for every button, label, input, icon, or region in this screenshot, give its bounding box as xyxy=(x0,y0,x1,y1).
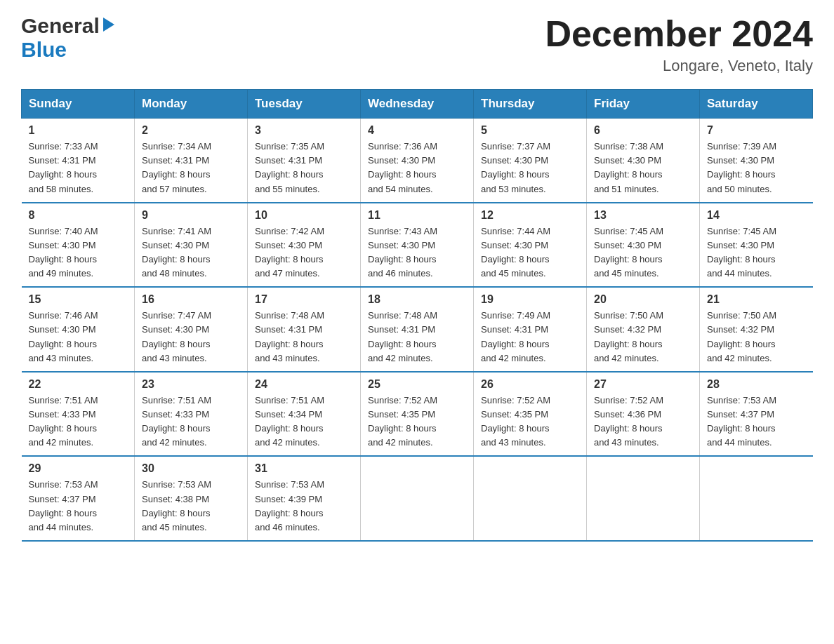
day-cell: 15Sunrise: 7:46 AMSunset: 4:30 PMDayligh… xyxy=(22,287,135,372)
day-number: 2 xyxy=(142,124,240,137)
day-info: Sunrise: 7:52 AMSunset: 4:35 PMDaylight:… xyxy=(481,394,579,450)
day-number: 4 xyxy=(368,124,466,137)
day-info: Sunrise: 7:51 AMSunset: 4:33 PMDaylight:… xyxy=(29,394,128,450)
day-number: 19 xyxy=(481,293,579,306)
logo: General Blue xyxy=(21,14,114,62)
day-cell: 4Sunrise: 7:36 AMSunset: 4:30 PMDaylight… xyxy=(361,119,474,203)
day-cell: 21Sunrise: 7:50 AMSunset: 4:32 PMDayligh… xyxy=(700,287,813,372)
day-cell: 16Sunrise: 7:47 AMSunset: 4:30 PMDayligh… xyxy=(135,287,248,372)
day-number: 25 xyxy=(368,378,466,391)
day-info: Sunrise: 7:51 AMSunset: 4:34 PMDaylight:… xyxy=(255,394,353,450)
day-cell: 31Sunrise: 7:53 AMSunset: 4:39 PMDayligh… xyxy=(248,456,361,541)
day-number: 24 xyxy=(255,378,353,391)
day-number: 29 xyxy=(29,462,128,475)
day-cell: 30Sunrise: 7:53 AMSunset: 4:38 PMDayligh… xyxy=(135,456,248,541)
day-info: Sunrise: 7:33 AMSunset: 4:31 PMDaylight:… xyxy=(29,140,128,196)
day-info: Sunrise: 7:53 AMSunset: 4:37 PMDaylight:… xyxy=(707,394,806,450)
day-number: 13 xyxy=(594,209,692,222)
day-info: Sunrise: 7:53 AMSunset: 4:39 PMDaylight:… xyxy=(255,478,353,535)
day-cell: 17Sunrise: 7:48 AMSunset: 4:31 PMDayligh… xyxy=(248,287,361,372)
day-number: 16 xyxy=(142,293,240,306)
calendar-table: SundayMondayTuesdayWednesdayThursdayFrid… xyxy=(21,89,813,542)
month-title: December 2024 xyxy=(545,14,813,54)
day-cell: 26Sunrise: 7:52 AMSunset: 4:35 PMDayligh… xyxy=(474,372,587,457)
day-number: 27 xyxy=(594,378,692,391)
day-info: Sunrise: 7:53 AMSunset: 4:38 PMDaylight:… xyxy=(142,478,240,535)
day-info: Sunrise: 7:51 AMSunset: 4:33 PMDaylight:… xyxy=(142,394,240,450)
day-cell xyxy=(700,456,813,541)
day-number: 28 xyxy=(707,378,806,391)
day-cell: 24Sunrise: 7:51 AMSunset: 4:34 PMDayligh… xyxy=(248,372,361,457)
day-number: 21 xyxy=(707,293,806,306)
day-info: Sunrise: 7:40 AMSunset: 4:30 PMDaylight:… xyxy=(29,224,128,281)
day-info: Sunrise: 7:48 AMSunset: 4:31 PMDaylight:… xyxy=(255,309,353,365)
day-info: Sunrise: 7:45 AMSunset: 4:30 PMDaylight:… xyxy=(594,224,692,281)
logo-blue-text: Blue xyxy=(21,38,67,62)
day-info: Sunrise: 7:52 AMSunset: 4:36 PMDaylight:… xyxy=(594,394,692,450)
day-info: Sunrise: 7:43 AMSunset: 4:30 PMDaylight:… xyxy=(368,224,466,281)
day-number: 5 xyxy=(481,124,579,137)
day-info: Sunrise: 7:37 AMSunset: 4:30 PMDaylight:… xyxy=(481,140,579,196)
day-cell: 1Sunrise: 7:33 AMSunset: 4:31 PMDaylight… xyxy=(22,119,135,203)
day-cell: 23Sunrise: 7:51 AMSunset: 4:33 PMDayligh… xyxy=(135,372,248,457)
weekday-header-tuesday: Tuesday xyxy=(248,90,361,119)
day-info: Sunrise: 7:53 AMSunset: 4:37 PMDaylight:… xyxy=(29,478,128,535)
day-number: 10 xyxy=(255,209,353,222)
weekday-header-friday: Friday xyxy=(587,90,700,119)
day-info: Sunrise: 7:41 AMSunset: 4:30 PMDaylight:… xyxy=(142,224,240,281)
day-cell: 29Sunrise: 7:53 AMSunset: 4:37 PMDayligh… xyxy=(22,456,135,541)
day-info: Sunrise: 7:52 AMSunset: 4:35 PMDaylight:… xyxy=(368,394,466,450)
day-cell: 18Sunrise: 7:48 AMSunset: 4:31 PMDayligh… xyxy=(361,287,474,372)
day-cell: 10Sunrise: 7:42 AMSunset: 4:30 PMDayligh… xyxy=(248,203,361,288)
day-number: 6 xyxy=(594,124,692,137)
day-number: 26 xyxy=(481,378,579,391)
day-info: Sunrise: 7:45 AMSunset: 4:30 PMDaylight:… xyxy=(707,224,806,281)
day-cell xyxy=(474,456,587,541)
day-info: Sunrise: 7:48 AMSunset: 4:31 PMDaylight:… xyxy=(368,309,466,365)
day-cell xyxy=(587,456,700,541)
day-cell: 9Sunrise: 7:41 AMSunset: 4:30 PMDaylight… xyxy=(135,203,248,288)
day-cell: 7Sunrise: 7:39 AMSunset: 4:30 PMDaylight… xyxy=(700,119,813,203)
day-number: 17 xyxy=(255,293,353,306)
day-info: Sunrise: 7:49 AMSunset: 4:31 PMDaylight:… xyxy=(481,309,579,365)
day-number: 31 xyxy=(255,462,353,475)
day-number: 30 xyxy=(142,462,240,475)
day-number: 14 xyxy=(707,209,806,222)
day-number: 11 xyxy=(368,209,466,222)
day-cell: 3Sunrise: 7:35 AMSunset: 4:31 PMDaylight… xyxy=(248,119,361,203)
day-info: Sunrise: 7:42 AMSunset: 4:30 PMDaylight:… xyxy=(255,224,353,281)
weekday-header-wednesday: Wednesday xyxy=(361,90,474,119)
day-info: Sunrise: 7:36 AMSunset: 4:30 PMDaylight:… xyxy=(368,140,466,196)
day-cell: 13Sunrise: 7:45 AMSunset: 4:30 PMDayligh… xyxy=(587,203,700,288)
week-row-5: 29Sunrise: 7:53 AMSunset: 4:37 PMDayligh… xyxy=(22,456,813,541)
day-cell: 5Sunrise: 7:37 AMSunset: 4:30 PMDaylight… xyxy=(474,119,587,203)
day-number: 23 xyxy=(142,378,240,391)
day-info: Sunrise: 7:50 AMSunset: 4:32 PMDaylight:… xyxy=(594,309,692,365)
day-info: Sunrise: 7:35 AMSunset: 4:31 PMDaylight:… xyxy=(255,140,353,196)
day-info: Sunrise: 7:46 AMSunset: 4:30 PMDaylight:… xyxy=(29,309,128,365)
location-text: Longare, Veneto, Italy xyxy=(545,57,813,75)
week-row-4: 22Sunrise: 7:51 AMSunset: 4:33 PMDayligh… xyxy=(22,372,813,457)
day-info: Sunrise: 7:34 AMSunset: 4:31 PMDaylight:… xyxy=(142,140,240,196)
day-cell: 28Sunrise: 7:53 AMSunset: 4:37 PMDayligh… xyxy=(700,372,813,457)
weekday-header-row: SundayMondayTuesdayWednesdayThursdayFrid… xyxy=(22,90,813,119)
day-number: 7 xyxy=(707,124,806,137)
logo-arrow-icon xyxy=(103,18,114,32)
week-row-1: 1Sunrise: 7:33 AMSunset: 4:31 PMDaylight… xyxy=(22,119,813,203)
day-number: 15 xyxy=(29,293,128,306)
day-info: Sunrise: 7:39 AMSunset: 4:30 PMDaylight:… xyxy=(707,140,806,196)
day-cell: 25Sunrise: 7:52 AMSunset: 4:35 PMDayligh… xyxy=(361,372,474,457)
day-cell: 20Sunrise: 7:50 AMSunset: 4:32 PMDayligh… xyxy=(587,287,700,372)
weekday-header-monday: Monday xyxy=(135,90,248,119)
week-row-3: 15Sunrise: 7:46 AMSunset: 4:30 PMDayligh… xyxy=(22,287,813,372)
day-number: 18 xyxy=(368,293,466,306)
weekday-header-thursday: Thursday xyxy=(474,90,587,119)
day-cell: 14Sunrise: 7:45 AMSunset: 4:30 PMDayligh… xyxy=(700,203,813,288)
weekday-header-sunday: Sunday xyxy=(22,90,135,119)
week-row-2: 8Sunrise: 7:40 AMSunset: 4:30 PMDaylight… xyxy=(22,203,813,288)
day-number: 22 xyxy=(29,378,128,391)
day-number: 9 xyxy=(142,209,240,222)
day-number: 20 xyxy=(594,293,692,306)
day-info: Sunrise: 7:38 AMSunset: 4:30 PMDaylight:… xyxy=(594,140,692,196)
logo-general-text: General xyxy=(21,14,100,38)
